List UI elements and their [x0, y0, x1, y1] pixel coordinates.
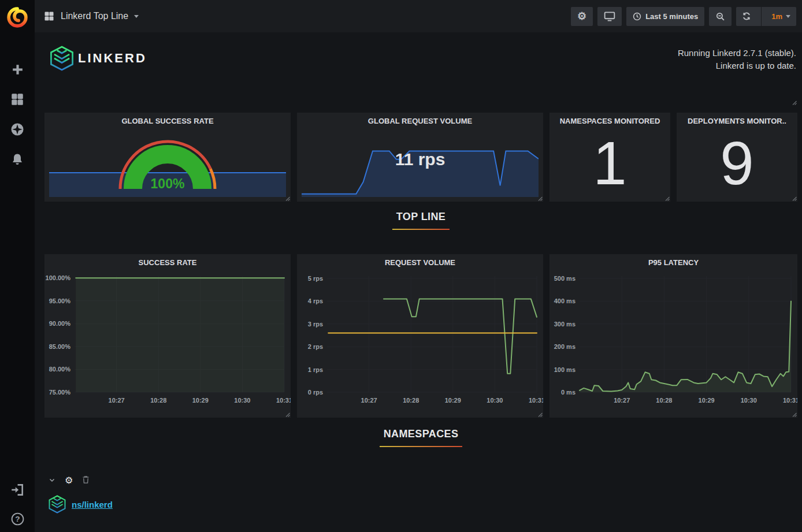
charts-row: SUCCESS RATE 100.00%95.00%90.00%85.00%80…	[44, 254, 797, 418]
success-rate-chart[interactable]: 100.00%95.00%90.00%85.00%80.00%75.00%10:…	[44, 269, 291, 413]
gauge-chart: 100%	[117, 133, 218, 198]
svg-text:100 ms: 100 ms	[554, 366, 575, 373]
section-top-line: TOP LINE	[44, 210, 797, 230]
panel-title[interactable]: DEPLOYMENTS MONITOR..	[677, 113, 797, 128]
panel-title[interactable]: REQUEST VOLUME	[297, 254, 543, 269]
svg-text:90.00%: 90.00%	[49, 320, 71, 327]
svg-text:10:30: 10:30	[741, 397, 757, 404]
success-rate-gauge[interactable]: 100%	[44, 133, 291, 198]
request-volume-chart[interactable]: 5 rps4 rps3 rps2 rps1 rps0 rps10:2710:28…	[297, 269, 543, 413]
panel-success-rate-chart: SUCCESS RATE 100.00%95.00%90.00%85.00%80…	[44, 254, 291, 418]
svg-text:2 rps: 2 rps	[308, 343, 323, 350]
refresh-interval-label: 1m	[771, 12, 782, 21]
svg-text:?: ?	[15, 515, 20, 523]
explore-compass-icon[interactable]	[9, 121, 26, 138]
svg-text:300 ms: 300 ms	[554, 321, 575, 328]
panel-resize-handle[interactable]	[792, 101, 797, 105]
time-range-label: Last 5 minutes	[645, 12, 698, 21]
refresh-button-group: 1m	[736, 7, 796, 26]
panel-resize-handle[interactable]	[538, 412, 543, 417]
magnifier-minus-icon	[715, 12, 725, 21]
refresh-interval-dropdown[interactable]: 1m	[766, 7, 796, 26]
svg-text:10:29: 10:29	[445, 397, 461, 404]
dashboard-title: Linkerd Top Line	[61, 11, 128, 21]
svg-text:80.00%: 80.00%	[49, 366, 71, 373]
chevron-down-icon	[134, 15, 139, 18]
p95-latency-chart[interactable]: 500 ms400 ms300 ms200 ms100 ms0 ms10:271…	[549, 269, 797, 413]
svg-text:5 rps: 5 rps	[308, 275, 323, 282]
svg-text:100.00%: 100.00%	[46, 274, 71, 281]
svg-text:400 ms: 400 ms	[554, 297, 575, 304]
svg-text:0 rps: 0 rps	[308, 389, 323, 396]
svg-text:10:27: 10:27	[109, 397, 125, 404]
refresh-button[interactable]	[736, 7, 757, 26]
clock-icon	[633, 12, 641, 21]
svg-text:10:30: 10:30	[487, 397, 503, 404]
panel-resize-handle[interactable]	[665, 196, 670, 201]
panel-title[interactable]: SUCCESS RATE	[44, 254, 291, 269]
svg-text:10:30: 10:30	[234, 397, 250, 404]
namespace-list-item: ns/linkerd	[44, 495, 797, 514]
dashboard-title-dropdown[interactable]: Linkerd Top Line	[43, 10, 139, 22]
svg-text:0 ms: 0 ms	[561, 389, 575, 396]
panel-resize-handle[interactable]	[792, 196, 797, 201]
svg-text:10:31: 10:31	[529, 397, 543, 404]
svg-text:10:29: 10:29	[192, 397, 209, 404]
svg-text:10:29: 10:29	[699, 397, 715, 404]
section-title: TOP LINE	[392, 210, 450, 230]
zoom-out-button[interactable]	[709, 7, 732, 26]
navbar: Linkerd Top Line ⚙ Last 5 minutes	[35, 0, 802, 32]
alerting-bell-icon[interactable]	[9, 151, 26, 168]
time-range-button[interactable]: Last 5 minutes	[626, 7, 704, 26]
panel-title[interactable]: NAMESPACES MONITORED	[549, 113, 670, 128]
svg-text:10:27: 10:27	[614, 397, 630, 404]
panel-resize-handle[interactable]	[285, 412, 290, 417]
gear-icon: ⚙	[577, 11, 586, 21]
svg-text:10:31: 10:31	[276, 397, 291, 404]
svg-text:200 ms: 200 ms	[554, 343, 575, 350]
svg-text:10:28: 10:28	[656, 397, 672, 404]
svg-text:4 rps: 4 rps	[308, 297, 323, 304]
sign-in-icon[interactable]	[9, 481, 26, 498]
main-area: Linkerd Top Line ⚙ Last 5 minutes	[35, 0, 802, 532]
button-divider	[761, 7, 762, 26]
status-line-2: Linkerd is up to date.	[678, 59, 796, 72]
linkerd-logo-icon	[48, 495, 66, 514]
namespaces-row-controls: ⚙	[44, 474, 797, 487]
linkerd-wordmark: LINKERD	[78, 51, 147, 66]
create-icon[interactable]	[9, 61, 26, 78]
dashboards-icon[interactable]	[9, 91, 26, 108]
dashboard-settings-button[interactable]: ⚙	[571, 7, 593, 26]
panel-deployments-monitored: DEPLOYMENTS MONITOR.. 9	[677, 113, 797, 202]
panel-global-request-volume: GLOBAL REQUEST VOLUME 11 rps	[297, 113, 543, 202]
deployments-monitored-value: 9	[677, 130, 797, 196]
linkerd-brand: LINKERD	[49, 46, 147, 71]
sidebar: ?	[0, 0, 35, 532]
grafana-logo-icon[interactable]	[4, 4, 31, 31]
svg-text:10:27: 10:27	[361, 397, 377, 404]
svg-text:95.00%: 95.00%	[49, 297, 71, 304]
collapse-row-chevron-icon[interactable]	[49, 475, 55, 486]
navbar-actions: ⚙ Last 5 minutes	[571, 7, 796, 26]
svg-text:75.00%: 75.00%	[49, 389, 71, 396]
svg-text:3 rps: 3 rps	[308, 321, 323, 328]
linkerd-version-status: Running Linkerd 2.7.1 (stable). Linkerd …	[678, 47, 797, 72]
panel-p95-latency-chart: P95 LATENCY 500 ms400 ms300 ms200 ms100 …	[549, 254, 797, 418]
namespace-link[interactable]: ns/linkerd	[72, 500, 113, 509]
panel-title[interactable]: P95 LATENCY	[549, 254, 797, 269]
row-delete-trash-icon[interactable]	[82, 475, 90, 486]
kiosk-mode-button[interactable]	[597, 7, 622, 26]
panel-resize-handle[interactable]	[538, 196, 543, 201]
panel-title[interactable]: GLOBAL SUCCESS RATE	[44, 113, 291, 128]
linkerd-logo-icon	[49, 46, 75, 71]
svg-text:100%: 100%	[151, 176, 185, 191]
row-settings-gear-icon[interactable]: ⚙	[65, 476, 73, 485]
grafana-app: ? Linkerd Top Line ⚙ Last 5 minut	[0, 0, 802, 532]
section-title: NAMESPACES	[380, 427, 463, 447]
namespaces-monitored-value: 1	[549, 130, 670, 196]
panel-resize-handle[interactable]	[792, 412, 797, 417]
svg-text:10:28: 10:28	[150, 397, 166, 404]
panel-title[interactable]: GLOBAL REQUEST VOLUME	[297, 113, 543, 128]
help-icon[interactable]: ?	[9, 510, 26, 527]
request-volume-value: 11 rps	[297, 150, 543, 169]
